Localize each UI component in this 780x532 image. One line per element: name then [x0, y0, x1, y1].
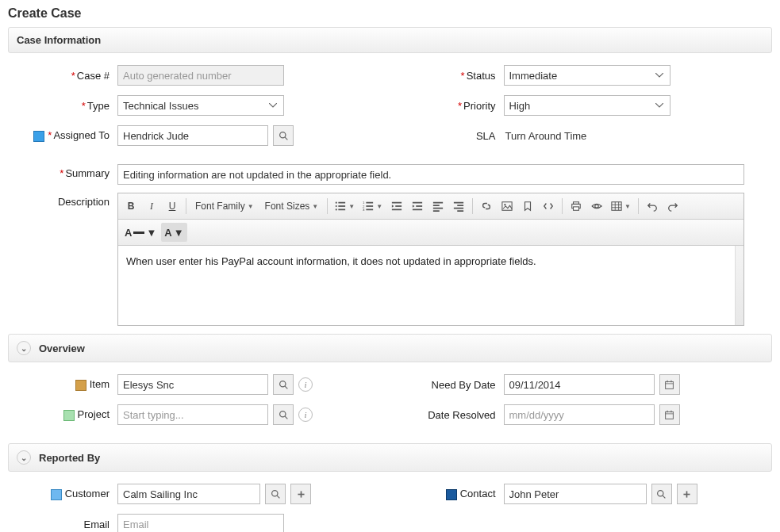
- svg-rect-19: [413, 209, 422, 211]
- priority-select[interactable]: High: [504, 95, 670, 116]
- need-by-date-picker-button[interactable]: [659, 374, 680, 395]
- svg-rect-9: [367, 202, 374, 204]
- svg-rect-34: [612, 202, 621, 211]
- section-label: Case Information: [17, 34, 101, 46]
- date-resolved-picker-button[interactable]: [659, 404, 680, 425]
- print-button[interactable]: [567, 197, 586, 216]
- email-input[interactable]: [117, 514, 284, 532]
- type-select[interactable]: Technical Issues: [117, 95, 284, 116]
- outdent-button[interactable]: [387, 197, 406, 216]
- label-item: Item: [16, 378, 117, 391]
- svg-line-40: [285, 386, 287, 388]
- align-right-button[interactable]: [449, 197, 468, 216]
- bold-button[interactable]: B: [121, 197, 140, 216]
- align-left-button[interactable]: [428, 197, 448, 216]
- bullet-list-button[interactable]: ▼: [332, 197, 358, 216]
- label-summary: *Summary: [16, 164, 117, 179]
- svg-rect-26: [454, 208, 463, 209]
- svg-rect-21: [433, 205, 440, 206]
- contact-lookup-button[interactable]: [651, 484, 672, 504]
- svg-point-4: [336, 205, 337, 207]
- label-assigned-to: *Assigned To: [16, 129, 117, 142]
- case-number-input: [117, 65, 284, 86]
- assigned-to-lookup-button[interactable]: [273, 125, 294, 146]
- collapse-icon[interactable]: ⌄: [17, 341, 31, 355]
- label-contact: Contact: [402, 488, 504, 500]
- font-sizes-select[interactable]: Font Sizes▼: [260, 197, 324, 216]
- status-select[interactable]: Immediate: [504, 65, 670, 86]
- svg-point-0: [279, 132, 285, 137]
- undo-button[interactable]: [643, 197, 662, 216]
- svg-line-52: [277, 496, 279, 498]
- project-info-icon[interactable]: i: [298, 408, 313, 422]
- assigned-to-input[interactable]: [117, 125, 268, 146]
- image-button[interactable]: [498, 197, 517, 216]
- italic-button[interactable]: I: [142, 197, 161, 216]
- svg-line-56: [663, 496, 665, 498]
- redo-button[interactable]: [663, 197, 682, 216]
- svg-rect-16: [392, 209, 402, 211]
- preview-button[interactable]: [587, 197, 606, 216]
- label-description: Description: [16, 193, 117, 208]
- label-priority: *Priority: [402, 100, 504, 112]
- svg-rect-18: [416, 205, 422, 207]
- indent-button[interactable]: [408, 197, 427, 216]
- collapse-icon[interactable]: ⌄: [17, 450, 31, 465]
- link-button[interactable]: [477, 197, 496, 216]
- svg-rect-43: [666, 381, 674, 388]
- summary-input[interactable]: [117, 164, 744, 185]
- svg-rect-13: [367, 209, 374, 211]
- project-lookup-button[interactable]: [273, 404, 294, 425]
- project-input[interactable]: [117, 404, 268, 425]
- font-family-select[interactable]: Font Family▼: [190, 197, 259, 216]
- svg-rect-27: [457, 210, 463, 212]
- svg-line-42: [285, 416, 287, 419]
- item-lookup-button[interactable]: [273, 374, 294, 395]
- description-textarea[interactable]: When user enter his PayPal account infor…: [118, 246, 743, 325]
- svg-rect-11: [367, 205, 374, 207]
- customer-lookup-button[interactable]: [265, 484, 286, 504]
- editor-toolbar-2: A▼ A▼: [118, 220, 743, 246]
- svg-point-41: [279, 411, 285, 416]
- label-status: *Status: [402, 70, 504, 82]
- project-icon: [63, 410, 75, 421]
- svg-rect-23: [433, 210, 440, 212]
- label-case-number: *Case #: [16, 70, 117, 82]
- svg-rect-3: [339, 202, 346, 204]
- underline-button[interactable]: U: [163, 197, 182, 216]
- item-info-icon[interactable]: i: [298, 377, 313, 392]
- customer-input[interactable]: [117, 484, 260, 504]
- sla-value: Turn Around Time: [504, 130, 587, 142]
- svg-point-55: [658, 490, 663, 496]
- svg-rect-25: [457, 205, 463, 206]
- customer-add-button[interactable]: [290, 484, 311, 504]
- page-title: Create Case: [8, 6, 772, 21]
- svg-point-29: [504, 204, 505, 205]
- editor-toolbar: B I U Font Family▼ Font Sizes▼ ▼ 123▼: [118, 193, 743, 220]
- section-case-information: Case Information: [8, 27, 772, 53]
- bg-color-button[interactable]: A▼: [161, 223, 186, 242]
- svg-rect-14: [392, 202, 402, 204]
- svg-rect-24: [454, 202, 463, 204]
- bookmark-button[interactable]: [518, 197, 537, 216]
- label-email: Email: [16, 519, 117, 530]
- contact-add-button[interactable]: [677, 484, 697, 504]
- svg-rect-15: [395, 205, 402, 207]
- item-input[interactable]: [117, 374, 268, 395]
- label-need-by-date: Need By Date: [402, 379, 504, 391]
- rich-text-editor: B I U Font Family▼ Font Sizes▼ ▼ 123▼: [117, 193, 744, 326]
- number-list-button[interactable]: 123▼: [359, 197, 386, 216]
- svg-rect-47: [666, 411, 674, 419]
- svg-point-33: [595, 205, 598, 208]
- svg-rect-32: [574, 207, 579, 210]
- contact-input[interactable]: [504, 484, 647, 504]
- svg-rect-5: [339, 205, 346, 207]
- text-color-button[interactable]: A▼: [121, 223, 159, 242]
- label-date-resolved: Date Resolved: [402, 409, 504, 421]
- table-button[interactable]: ▼: [608, 197, 634, 216]
- svg-point-51: [271, 490, 277, 496]
- section-reported-by: ⌄ Reported By: [8, 443, 772, 472]
- need-by-date-input[interactable]: [504, 374, 655, 395]
- date-resolved-input[interactable]: [504, 404, 655, 425]
- code-button[interactable]: [539, 197, 558, 216]
